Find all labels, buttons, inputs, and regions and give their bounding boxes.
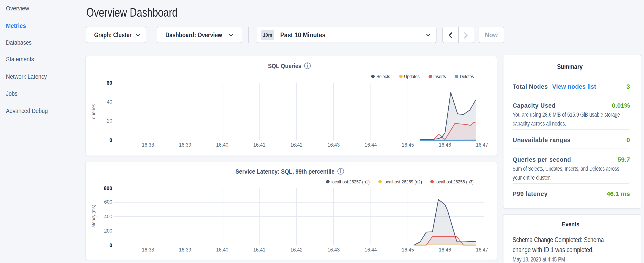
svg-text:60: 60 [106,80,112,86]
svg-text:16:47: 16:47 [476,142,488,148]
svg-text:Service Latency: SQL, 99th per: Service Latency: SQL, 99th percentile [236,168,335,175]
svg-text:16:45: 16:45 [402,247,414,252]
svg-text:localhost:26259 (n2): localhost:26259 (n2) [384,179,422,184]
svg-text:16:46: 16:46 [439,247,451,252]
svg-text:16:46: 16:46 [439,142,451,148]
svg-text:200: 200 [104,228,112,234]
svg-text:Deletes: Deletes [460,74,474,79]
svg-text:0: 0 [110,137,112,143]
svg-text:16:38: 16:38 [142,247,154,252]
svg-text:localhost:26257 (n1): localhost:26257 (n1) [332,179,370,184]
svg-text:Updates: Updates [404,74,420,79]
svg-text:16:43: 16:43 [328,247,340,252]
svg-text:16:44: 16:44 [365,142,377,148]
svg-text:queries: queries [90,104,96,119]
svg-text:16:42: 16:42 [290,142,303,148]
svg-text:16:42: 16:42 [290,247,303,252]
svg-text:16:43: 16:43 [328,142,340,148]
svg-text:16:39: 16:39 [179,142,191,148]
svg-text:16:40: 16:40 [216,247,228,252]
svg-text:0: 0 [110,242,112,248]
svg-text:16:41: 16:41 [253,247,266,252]
svg-text:latency (ms): latency (ms) [90,205,96,228]
svg-text:localhost:26258 (n3): localhost:26258 (n3) [436,179,474,184]
svg-text:40: 40 [107,99,112,105]
svg-text:16:41: 16:41 [253,142,266,148]
svg-text:16:45: 16:45 [402,142,414,148]
svg-text:Inserts: Inserts [433,74,446,79]
svg-text:600: 600 [104,199,112,205]
svg-text:16:47: 16:47 [476,247,488,252]
svg-text:16:38: 16:38 [142,142,154,148]
svg-text:SQL Queries: SQL Queries [268,62,302,69]
svg-text:Selects: Selects [376,74,390,79]
svg-text:400: 400 [104,214,112,219]
svg-text:800: 800 [104,185,112,191]
svg-text:16:39: 16:39 [179,247,191,252]
svg-text:16:44: 16:44 [365,247,377,252]
svg-text:20: 20 [107,118,112,124]
svg-text:16:40: 16:40 [216,142,228,148]
